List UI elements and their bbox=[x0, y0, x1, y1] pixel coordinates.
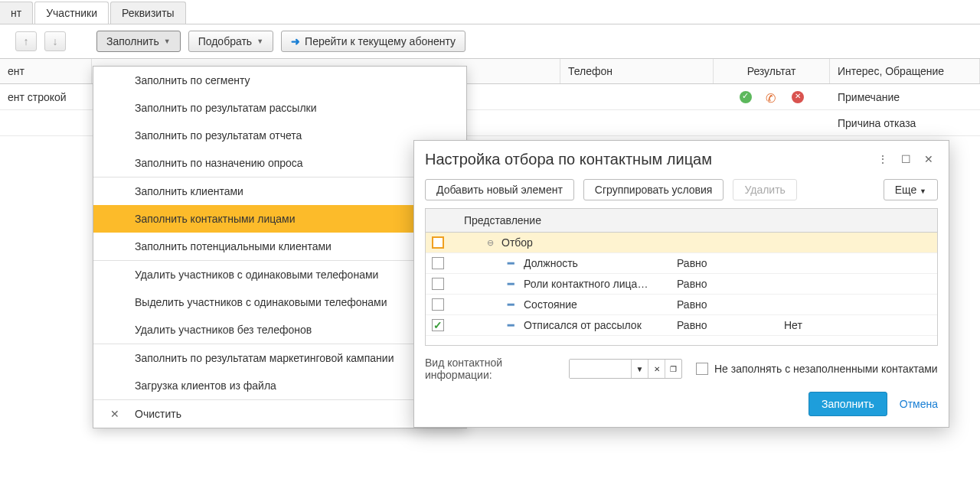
fill-button[interactable]: Заполнить ▼ bbox=[96, 31, 181, 52]
check-icon[interactable] bbox=[740, 91, 752, 103]
cancel-link[interactable]: Отмена bbox=[900, 398, 938, 410]
filter-row[interactable]: ━ Должность Равно bbox=[426, 253, 937, 274]
contact-type-combo[interactable]: ▼ ✕ ❐ bbox=[569, 359, 682, 379]
reason-cell: Причина отказа bbox=[830, 112, 980, 134]
add-element-button[interactable]: Добавить новый элемент bbox=[425, 179, 574, 200]
menu-fill-segment[interactable]: Заполнить по сегменту bbox=[93, 67, 466, 94]
move-down-button[interactable]: ↓ bbox=[44, 31, 66, 51]
filter-dialog: Настройка отбора по контактным лицам ⋮ ☐… bbox=[413, 140, 949, 428]
goto-current-button[interactable]: ➜ Перейти к текущему абоненту bbox=[281, 31, 466, 52]
dash-icon: ━ bbox=[505, 298, 516, 311]
col-phone: Телефон bbox=[560, 59, 714, 83]
checkbox[interactable] bbox=[432, 298, 444, 311]
dialog-title: Настройка отбора по контактным лицам bbox=[425, 151, 869, 168]
move-up-button[interactable]: ↑ bbox=[15, 31, 37, 51]
collapse-icon[interactable]: ⊖ bbox=[487, 238, 494, 248]
menu-load-file[interactable]: Загрузка клиентов из файла bbox=[93, 372, 466, 399]
row-left: ент строкой bbox=[0, 86, 92, 108]
fill-dropdown-menu: Заполнить по сегменту Заполнить по резул… bbox=[93, 66, 467, 428]
menu-del-no-phones[interactable]: Удалить участников без телефонов bbox=[93, 316, 466, 344]
contact-type-input[interactable] bbox=[570, 360, 631, 378]
select-button[interactable]: Подобрать ▼ bbox=[188, 31, 273, 52]
menu-clear[interactable]: ✕Очистить bbox=[93, 400, 466, 428]
tab-participants-label: Участники bbox=[46, 7, 97, 19]
dash-icon: ━ bbox=[505, 319, 516, 331]
filter-table-header: Представление bbox=[426, 209, 937, 233]
goto-icon: ➜ bbox=[291, 35, 300, 47]
menu-fill-contacts[interactable]: Заполнить контактными лицами bbox=[93, 205, 466, 233]
fill-button-label: Заполнить bbox=[106, 35, 159, 47]
menu-icon[interactable]: ⋮ bbox=[874, 150, 892, 168]
menu-fill-mailing[interactable]: Заполнить по результатам рассылки bbox=[93, 94, 466, 122]
filter-root-label: Отбор bbox=[501, 236, 533, 249]
phone-icon[interactable]: ✆ bbox=[766, 91, 778, 103]
dash-icon: ━ bbox=[505, 278, 516, 290]
menu-fill-clients[interactable]: Заполнить клиентами bbox=[93, 177, 466, 205]
dash-icon: ━ bbox=[505, 257, 516, 269]
checkbox-checked[interactable]: ✓ bbox=[432, 319, 444, 331]
skip-empty-checkbox[interactable] bbox=[696, 363, 708, 375]
checkbox[interactable] bbox=[432, 236, 444, 249]
maximize-icon[interactable]: ☐ bbox=[897, 150, 915, 168]
error-icon[interactable] bbox=[792, 91, 804, 103]
select-button-label: Подобрать bbox=[198, 35, 253, 47]
tab-partial-label: нт bbox=[11, 7, 21, 19]
tab-details[interactable]: Реквизиты bbox=[110, 2, 186, 24]
chevron-down-icon: ▼ bbox=[920, 187, 926, 195]
contact-type-label: Вид контактной информации: bbox=[425, 357, 563, 381]
col-result: Результат bbox=[714, 59, 830, 83]
menu-fill-potential[interactable]: Заполнить потенциальными клиентами bbox=[93, 233, 466, 260]
filter-row[interactable]: ━ Роли контактного лица… Равно bbox=[426, 274, 937, 295]
tab-partial[interactable]: нт bbox=[0, 2, 33, 24]
tab-participants[interactable]: Участники bbox=[34, 2, 109, 24]
chevron-down-icon[interactable]: ▼ bbox=[631, 360, 648, 378]
skip-empty-label: Не заполнять с незаполненными контактами bbox=[714, 363, 938, 375]
col-interest: Интерес, Обращение bbox=[830, 59, 980, 83]
filter-root-row[interactable]: ⊖ Отбор bbox=[426, 233, 937, 253]
chevron-down-icon: ▼ bbox=[164, 37, 171, 45]
menu-select-dup-phones[interactable]: Выделить участников с одинаковыми телефо… bbox=[93, 288, 466, 316]
checkbox[interactable] bbox=[432, 278, 444, 290]
col-left: ент bbox=[0, 59, 92, 83]
filter-row[interactable]: ✓ ━ Отписался от рассылок Равно Нет bbox=[426, 315, 937, 336]
more-button[interactable]: Еще ▼ bbox=[884, 179, 938, 200]
menu-fill-report[interactable]: Заполнить по результатам отчета bbox=[93, 122, 466, 149]
checkbox[interactable] bbox=[432, 257, 444, 269]
tab-details-label: Реквизиты bbox=[122, 7, 175, 19]
clear-icon[interactable]: ✕ bbox=[648, 360, 665, 378]
open-icon[interactable]: ❐ bbox=[665, 360, 681, 378]
group-conditions-button[interactable]: Сгруппировать условия bbox=[583, 179, 724, 200]
delete-button[interactable]: Удалить bbox=[733, 179, 796, 200]
goto-current-label: Перейти к текущему абоненту bbox=[305, 35, 456, 47]
close-icon[interactable]: ✕ bbox=[920, 150, 938, 168]
close-icon: ✕ bbox=[110, 408, 119, 420]
menu-fill-campaign[interactable]: Заполнить по результатам маркетинговой к… bbox=[93, 344, 466, 372]
filter-row[interactable]: ━ Состояние Равно bbox=[426, 295, 937, 315]
menu-del-dup-phones[interactable]: Удалить участников с одинаковыми телефон… bbox=[93, 261, 466, 288]
fill-submit-button[interactable]: Заполнить bbox=[808, 392, 887, 416]
note-cell: Примечание bbox=[830, 86, 980, 108]
chevron-down-icon: ▼ bbox=[256, 37, 263, 45]
menu-fill-survey[interactable]: Заполнить по назначению опроса bbox=[93, 149, 466, 177]
